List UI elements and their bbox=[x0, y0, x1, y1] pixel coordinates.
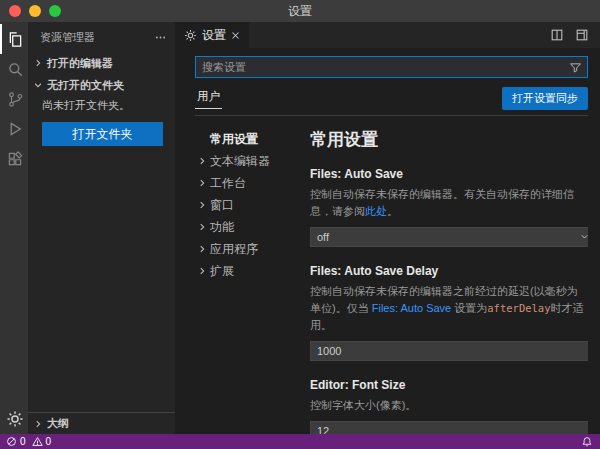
activity-bar bbox=[0, 22, 28, 434]
toc-item-label: 窗口 bbox=[210, 197, 234, 214]
setting-desc-text: 控制字体大小(像素)。 bbox=[310, 399, 416, 411]
settings-scope-row: 用户 打开设置同步 bbox=[195, 87, 588, 116]
settings-content: 常用设置 Files: Auto Save控制自动保存未保存的编辑器。有关自动保… bbox=[297, 120, 588, 434]
chevron-right-icon bbox=[31, 56, 45, 70]
open-editors-label: 打开的编辑器 bbox=[47, 56, 113, 71]
sidebar-title-row: 资源管理器 bbox=[28, 22, 175, 52]
setting-title: Files: Auto Save Delay bbox=[310, 264, 588, 278]
settings-toc: 常用设置文本编辑器工作台窗口功能应用程序扩展 bbox=[195, 120, 297, 434]
sidebar-title: 资源管理器 bbox=[40, 30, 95, 45]
warning-count: 0 bbox=[46, 436, 52, 447]
extensions-activity-button[interactable] bbox=[0, 144, 28, 174]
window-controls bbox=[9, 5, 61, 17]
sidebar-explorer: 资源管理器 打开的编辑器 无打开的文件夹 尚未打开文件夹。 打开文件夹 bbox=[28, 22, 175, 434]
toc-item[interactable]: 文本编辑器 bbox=[195, 150, 297, 172]
error-count: 0 bbox=[20, 436, 26, 447]
open-folder-button[interactable]: 打开文件夹 bbox=[42, 122, 163, 146]
chevron-down-icon bbox=[580, 231, 588, 243]
toc-item[interactable]: 应用程序 bbox=[195, 238, 297, 260]
files-icon bbox=[6, 30, 25, 49]
editor-layout-icon[interactable] bbox=[575, 28, 589, 42]
settings-group-heading: 常用设置 bbox=[310, 128, 588, 151]
setting-row: Files: Auto Save控制自动保存未保存的编辑器。有关自动保存的详细信… bbox=[310, 167, 588, 247]
split-editor-icon[interactable] bbox=[550, 28, 564, 42]
setting-select[interactable]: off bbox=[310, 227, 588, 247]
setting-title: Files: Auto Save bbox=[310, 167, 588, 181]
chevron-right-icon bbox=[195, 244, 208, 254]
explorer-activity-button[interactable] bbox=[0, 24, 28, 54]
setting-desc-text: 。 bbox=[387, 205, 398, 217]
turn-on-settings-sync-button[interactable]: 打开设置同步 bbox=[502, 87, 588, 110]
filter-icon[interactable] bbox=[569, 61, 587, 74]
close-icon[interactable] bbox=[231, 31, 240, 40]
run-debug-activity-button[interactable] bbox=[0, 114, 28, 144]
minimize-window-button[interactable] bbox=[29, 5, 41, 17]
setting-input[interactable] bbox=[310, 341, 588, 361]
settings-tab[interactable]: 设置 bbox=[175, 22, 249, 48]
toc-item-label: 扩展 bbox=[210, 263, 234, 280]
toc-item-label: 工作台 bbox=[210, 175, 246, 192]
toc-item[interactable]: 工作台 bbox=[195, 172, 297, 194]
bell-icon[interactable] bbox=[581, 436, 593, 448]
error-icon bbox=[6, 436, 17, 447]
search-activity-button[interactable] bbox=[0, 54, 28, 84]
no-folder-label: 无打开的文件夹 bbox=[47, 78, 124, 93]
setting-link[interactable]: Files: Auto Save bbox=[372, 302, 452, 314]
setting-title: Editor: Font Size bbox=[310, 378, 588, 392]
status-bar: 0 0 bbox=[0, 434, 600, 449]
setting-input[interactable] bbox=[310, 421, 588, 434]
setting-description: 控制字体大小(像素)。 bbox=[310, 397, 588, 414]
gear-icon bbox=[184, 29, 197, 42]
vscode-window: 设置 bbox=[0, 0, 600, 449]
setting-link[interactable]: 此处 bbox=[365, 205, 387, 217]
setting-desc-text: 设置为 bbox=[451, 302, 487, 314]
search-icon bbox=[6, 60, 25, 79]
outline-section[interactable]: 大纲 bbox=[28, 412, 175, 434]
chevron-right-icon bbox=[195, 178, 208, 188]
more-actions-icon[interactable] bbox=[154, 31, 167, 44]
chevron-right-icon bbox=[195, 156, 208, 166]
extensions-icon bbox=[6, 150, 24, 168]
toc-item[interactable]: 窗口 bbox=[195, 194, 297, 216]
tab-bar: 设置 bbox=[175, 22, 600, 48]
open-editors-section[interactable]: 打开的编辑器 bbox=[28, 52, 175, 74]
toc-item-label: 常用设置 bbox=[210, 131, 258, 148]
setting-description: 控制自动保存未保存的编辑器之前经过的延迟(以毫秒为单位)。仅当 Files: A… bbox=[310, 283, 588, 334]
toc-item-label: 文本编辑器 bbox=[210, 153, 270, 170]
debug-icon bbox=[6, 120, 24, 138]
toc-item[interactable]: 扩展 bbox=[195, 260, 297, 282]
no-folder-text: 尚未打开文件夹。 bbox=[42, 98, 163, 113]
settings-editor: 用户 打开设置同步 常用设置文本编辑器工作台窗口功能应用程序扩展 常用设置 Fi… bbox=[175, 48, 600, 434]
chevron-down-icon bbox=[31, 78, 45, 92]
chevron-right-icon bbox=[195, 200, 208, 210]
chevron-right-icon bbox=[31, 417, 45, 431]
setting-row: Editor: Font Size控制字体大小(像素)。 bbox=[310, 378, 588, 434]
setting-desc-text: 控制自动保存未保存的编辑器。有关自动保存的详细信息，请参阅 bbox=[310, 188, 574, 217]
gear-icon bbox=[6, 410, 24, 428]
settings-search-input[interactable] bbox=[196, 61, 569, 73]
tab-label: 设置 bbox=[202, 27, 226, 44]
toc-item[interactable]: 功能 bbox=[195, 216, 297, 238]
chevron-right-icon bbox=[195, 222, 208, 232]
outline-label: 大纲 bbox=[47, 416, 69, 431]
manage-button[interactable] bbox=[0, 404, 28, 434]
setting-code: afterDelay bbox=[487, 302, 550, 314]
chevron-right-icon bbox=[195, 266, 208, 276]
settings-search-box bbox=[195, 56, 588, 78]
source-control-activity-button[interactable] bbox=[0, 84, 28, 114]
maximize-window-button[interactable] bbox=[49, 5, 61, 17]
toc-item-label: 功能 bbox=[210, 219, 234, 236]
window-title: 设置 bbox=[0, 3, 600, 20]
editor-actions bbox=[550, 22, 600, 48]
editor-area: 设置 bbox=[175, 22, 600, 434]
setting-description: 控制自动保存未保存的编辑器。有关自动保存的详细信息，请参阅此处。 bbox=[310, 186, 588, 220]
problems-status[interactable]: 0 0 bbox=[6, 436, 54, 447]
setting-row: Files: Auto Save Delay控制自动保存未保存的编辑器之前经过的… bbox=[310, 264, 588, 361]
warning-icon bbox=[32, 436, 43, 447]
toc-item[interactable]: 常用设置 bbox=[195, 128, 297, 150]
title-bar: 设置 bbox=[0, 0, 600, 22]
no-folder-section[interactable]: 无打开的文件夹 bbox=[28, 74, 175, 96]
tab-user-scope[interactable]: 用户 bbox=[195, 88, 222, 109]
select-value: off bbox=[317, 231, 329, 243]
close-window-button[interactable] bbox=[9, 5, 21, 17]
